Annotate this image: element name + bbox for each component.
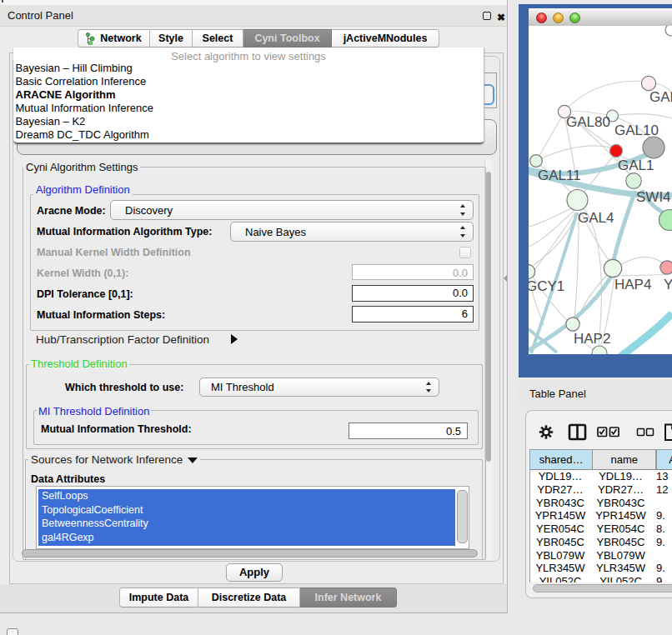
svg-text:GAL10: GAL10 xyxy=(614,122,659,138)
svg-text:SWI4: SWI4 xyxy=(636,189,671,205)
svg-text:GAL8: GAL8 xyxy=(649,89,672,105)
svg-text:HAP2: HAP2 xyxy=(574,331,610,347)
svg-text:GAL11: GAL11 xyxy=(538,168,581,183)
svg-text:GAL80: GAL80 xyxy=(566,114,610,130)
svg-text:GAL1: GAL1 xyxy=(618,158,654,173)
svg-text:Y: Y xyxy=(664,277,672,292)
svg-text:HAP4: HAP4 xyxy=(614,277,651,292)
svg-text:GAL4: GAL4 xyxy=(578,210,614,226)
svg-text:GCY1: GCY1 xyxy=(529,278,564,294)
